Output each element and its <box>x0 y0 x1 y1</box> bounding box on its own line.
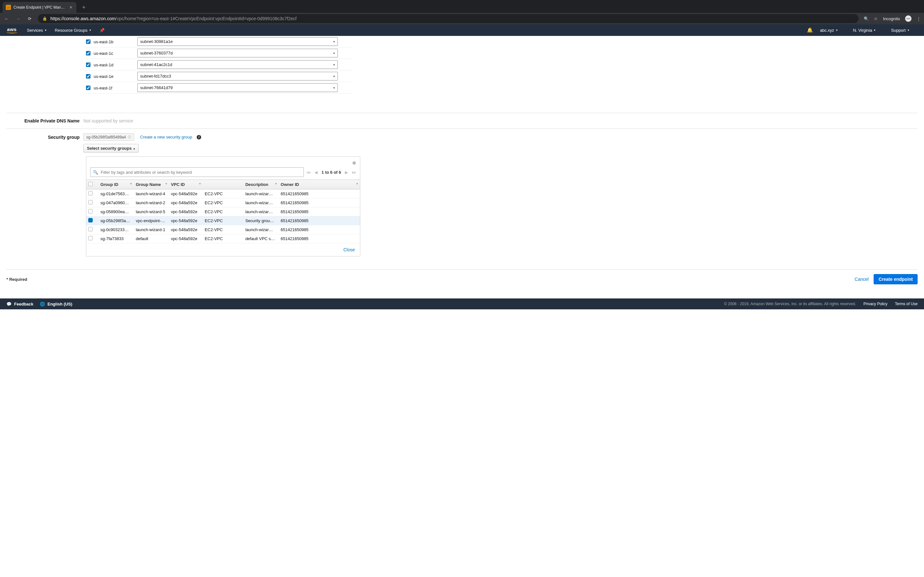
nav-resource-groups[interactable]: Resource Groups ▾ <box>55 28 91 33</box>
sg-table: Group ID▾ Group Name▾ VPC ID▾ Descriptio… <box>86 179 360 243</box>
browser-tab[interactable]: ▱ Create Endpoint | VPC Manage ✕ <box>3 2 76 13</box>
sg-th-group-name[interactable]: Group Name▾ <box>134 180 169 189</box>
sg-row[interactable]: sg-0c903233…launch-wizard-1vpc-548a592eE… <box>86 226 360 234</box>
nav-support[interactable]: Support ▾ <box>891 28 909 33</box>
sg-search[interactable]: 🔍 <box>90 167 304 177</box>
sg-th-group-id[interactable]: Group ID▾ <box>99 180 134 189</box>
subnet-checkbox[interactable] <box>86 74 90 79</box>
chevron-down-icon: ▾ <box>333 63 335 66</box>
sg-selected-chip[interactable]: sg-05b298f3af85489a4 ⓧ <box>83 133 134 141</box>
sg-row-checkbox[interactable] <box>88 218 93 222</box>
sg-row[interactable]: sg-01de7563…launch-wizard-4vpc-548a592eE… <box>86 189 360 198</box>
search-icon[interactable]: 🔍 <box>864 16 869 21</box>
nav-pin[interactable]: 📌 <box>99 28 105 33</box>
cell-type: EC2-VPC <box>203 234 244 243</box>
language-picker[interactable]: 🌐 English (US) <box>40 301 72 306</box>
subnet-checkbox[interactable] <box>86 51 90 55</box>
cell-description: launch-wizar… <box>244 207 279 216</box>
az-label: us-east-1d <box>94 63 113 67</box>
pager-next-icon[interactable]: ▶ <box>345 170 348 175</box>
back-button[interactable]: ← <box>3 16 10 21</box>
cell-group-id: sg-0c903233… <box>99 226 134 234</box>
tab-strip: ▱ Create Endpoint | VPC Manage ✕ + <box>0 0 924 13</box>
sg-th-owner-id[interactable]: Owner ID▾ <box>279 180 360 189</box>
select-sg-toggle[interactable]: Select security groups ▴ <box>83 144 139 153</box>
sg-close-link[interactable]: Close <box>86 243 360 252</box>
sg-row[interactable]: sg-047a0960…launch-wizard-2vpc-548a592eE… <box>86 198 360 207</box>
sg-th-description[interactable]: Description▾ <box>244 180 279 189</box>
aws-favicon-icon: ▱ <box>6 5 11 10</box>
browser-chrome: ▱ Create Endpoint | VPC Manage ✕ + ← → ⟳… <box>0 0 924 24</box>
nav-region[interactable]: N. Virginia ▾ <box>853 28 876 33</box>
sort-icon: ▾ <box>199 182 201 185</box>
star-icon[interactable]: ☆ <box>874 16 878 21</box>
sg-row[interactable]: sg-05b298f3a…vpc-endpoint-…vpc-548a592eE… <box>86 216 360 226</box>
kebab-menu-icon[interactable]: ⋮ <box>917 16 921 21</box>
terms-link[interactable]: Terms of Use <box>895 301 918 306</box>
bell-icon[interactable]: 🔔 <box>807 27 813 33</box>
nav-account[interactable]: abc.xyz ▾ <box>820 28 838 33</box>
subnet-checkbox[interactable] <box>86 85 90 90</box>
cell-group-name: launch-wizard-5 <box>134 207 169 216</box>
dns-label: Enable Private DNS Name <box>6 118 83 123</box>
new-tab-button[interactable]: + <box>79 2 89 13</box>
create-endpoint-button[interactable]: Create endpoint <box>874 274 918 284</box>
subnet-select[interactable]: subnet-76641d79▾ <box>137 83 338 92</box>
sg-row-checkbox[interactable] <box>88 209 93 213</box>
subnet-select[interactable]: subnet-fd17dcc3▾ <box>137 72 338 81</box>
incognito-icon: 👓 <box>905 15 911 22</box>
sg-th-vpc-id[interactable]: VPC ID▾ <box>169 180 203 189</box>
chevron-down-icon: ▾ <box>45 29 47 32</box>
sort-icon: ▾ <box>275 182 277 185</box>
subnet-checkbox[interactable] <box>86 39 90 44</box>
url-field[interactable]: 🔒 https://console.aws.amazon.com/vpc/hom… <box>38 14 859 23</box>
sg-row-checkbox[interactable] <box>88 227 93 231</box>
create-sg-link[interactable]: Create a new security group <box>140 135 192 139</box>
subnet-value: subnet-3760377d <box>140 51 173 55</box>
subnet-select[interactable]: subnet-30981a1e▾ <box>137 37 338 46</box>
select-sg-toggle-label: Select security groups <box>87 146 132 151</box>
sg-row-checkbox[interactable] <box>88 200 93 205</box>
address-bar: ← → ⟳ 🔒 https://console.aws.amazon.com/v… <box>0 13 924 24</box>
aws-logo[interactable]: aws <box>6 27 17 33</box>
sg-th-type[interactable] <box>203 180 244 189</box>
pager-last-icon[interactable]: ⏭ <box>352 170 356 175</box>
privacy-link[interactable]: Privacy Policy <box>863 301 887 306</box>
cell-vpc-id: vpc-548a592e <box>169 226 203 234</box>
cell-type: EC2-VPC <box>203 189 244 198</box>
subnet-checkbox[interactable] <box>86 63 90 67</box>
sg-search-input[interactable] <box>101 170 301 175</box>
subnet-select[interactable]: subnet-3760377d▾ <box>137 49 338 57</box>
cell-owner-id: 651421650985 <box>279 198 360 207</box>
reload-button[interactable]: ⟳ <box>26 16 33 21</box>
remove-chip-icon[interactable]: ⓧ <box>128 135 131 139</box>
pager-first-icon[interactable]: ⏮ <box>306 170 310 175</box>
feedback-label: Feedback <box>14 301 33 306</box>
cell-description: Security grou… <box>244 216 279 226</box>
pin-icon: 📌 <box>99 28 105 33</box>
subnet-table: us-east-1bsubnet-30981a1e▾us-east-1csubn… <box>83 36 353 93</box>
cell-group-id: sg-05b298f3a… <box>99 216 134 226</box>
sg-row[interactable]: sg-058900ea…launch-wizard-5vpc-548a592eE… <box>86 207 360 216</box>
chevron-down-icon: ▾ <box>908 29 909 32</box>
nav-resource-groups-label: Resource Groups <box>55 28 87 33</box>
cancel-button[interactable]: Cancel <box>855 277 869 282</box>
info-icon[interactable]: i <box>197 135 201 139</box>
cell-type: EC2-VPC <box>203 226 244 234</box>
security-group-row: Security group sg-05b298f3af85489a4 ⓧ Cr… <box>6 129 918 143</box>
cell-type: EC2-VPC <box>203 207 244 216</box>
gear-icon[interactable]: ⚙ <box>352 161 356 165</box>
forward-button[interactable]: → <box>15 16 21 21</box>
pager-prev-icon[interactable]: ◀ <box>314 170 318 175</box>
nav-services[interactable]: Services ▾ <box>27 28 47 33</box>
tab-title: Create Endpoint | VPC Manage <box>13 5 66 10</box>
sg-th-checkbox[interactable] <box>86 180 99 189</box>
sg-row[interactable]: sg-7fa73833defaultvpc-548a592eEC2-VPCdef… <box>86 234 360 243</box>
chevron-down-icon: ▾ <box>333 75 335 78</box>
sg-row-checkbox[interactable] <box>88 191 93 195</box>
feedback-link[interactable]: 💬 Feedback <box>6 301 33 306</box>
sg-row-checkbox[interactable] <box>88 236 93 240</box>
subnet-select[interactable]: subnet-41ac2c1d▾ <box>137 60 338 69</box>
close-icon[interactable]: ✕ <box>69 5 73 10</box>
cell-group-name: launch-wizard-4 <box>134 189 169 198</box>
